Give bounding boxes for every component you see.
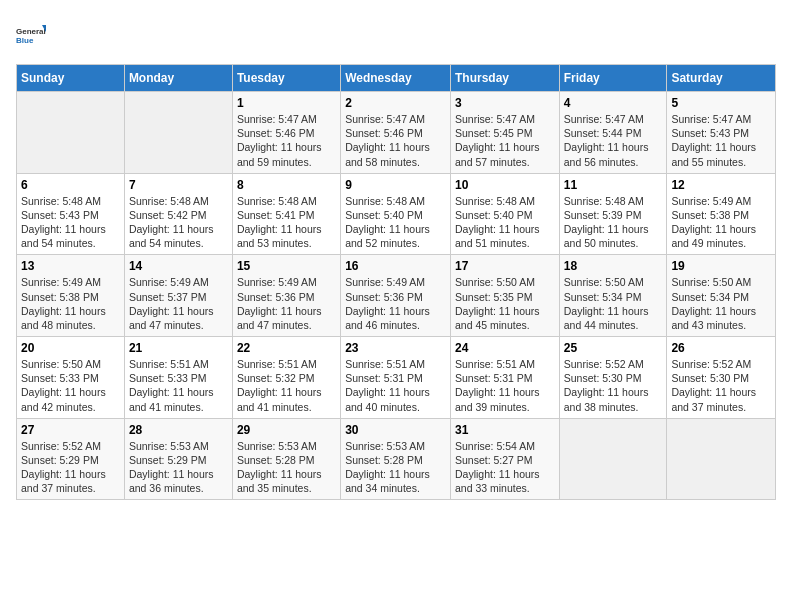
day-number: 27 xyxy=(21,423,120,437)
header-wednesday: Wednesday xyxy=(341,65,451,92)
calendar-cell: 31Sunrise: 5:54 AMSunset: 5:27 PMDayligh… xyxy=(450,418,559,500)
calendar-cell: 10Sunrise: 5:48 AMSunset: 5:40 PMDayligh… xyxy=(450,173,559,255)
calendar-cell: 3Sunrise: 5:47 AMSunset: 5:45 PMDaylight… xyxy=(450,92,559,174)
calendar-cell: 17Sunrise: 5:50 AMSunset: 5:35 PMDayligh… xyxy=(450,255,559,337)
calendar-cell: 28Sunrise: 5:53 AMSunset: 5:29 PMDayligh… xyxy=(124,418,232,500)
day-number: 21 xyxy=(129,341,228,355)
day-number: 26 xyxy=(671,341,771,355)
day-number: 15 xyxy=(237,259,336,273)
calendar-cell: 12Sunrise: 5:49 AMSunset: 5:38 PMDayligh… xyxy=(667,173,776,255)
calendar-cell: 7Sunrise: 5:48 AMSunset: 5:42 PMDaylight… xyxy=(124,173,232,255)
day-number: 3 xyxy=(455,96,555,110)
day-number: 1 xyxy=(237,96,336,110)
day-info: Sunrise: 5:49 AMSunset: 5:38 PMDaylight:… xyxy=(21,275,120,332)
calendar-cell: 23Sunrise: 5:51 AMSunset: 5:31 PMDayligh… xyxy=(341,337,451,419)
header-saturday: Saturday xyxy=(667,65,776,92)
calendar-cell: 2Sunrise: 5:47 AMSunset: 5:46 PMDaylight… xyxy=(341,92,451,174)
calendar-cell: 19Sunrise: 5:50 AMSunset: 5:34 PMDayligh… xyxy=(667,255,776,337)
calendar-week-1: 1Sunrise: 5:47 AMSunset: 5:46 PMDaylight… xyxy=(17,92,776,174)
day-number: 24 xyxy=(455,341,555,355)
header-friday: Friday xyxy=(559,65,667,92)
day-info: Sunrise: 5:49 AMSunset: 5:36 PMDaylight:… xyxy=(237,275,336,332)
day-number: 23 xyxy=(345,341,446,355)
header-tuesday: Tuesday xyxy=(232,65,340,92)
day-info: Sunrise: 5:48 AMSunset: 5:41 PMDaylight:… xyxy=(237,194,336,251)
day-info: Sunrise: 5:54 AMSunset: 5:27 PMDaylight:… xyxy=(455,439,555,496)
header-sunday: Sunday xyxy=(17,65,125,92)
day-info: Sunrise: 5:48 AMSunset: 5:40 PMDaylight:… xyxy=(455,194,555,251)
calendar-cell: 5Sunrise: 5:47 AMSunset: 5:43 PMDaylight… xyxy=(667,92,776,174)
day-info: Sunrise: 5:52 AMSunset: 5:29 PMDaylight:… xyxy=(21,439,120,496)
day-info: Sunrise: 5:50 AMSunset: 5:35 PMDaylight:… xyxy=(455,275,555,332)
calendar-cell: 14Sunrise: 5:49 AMSunset: 5:37 PMDayligh… xyxy=(124,255,232,337)
day-number: 9 xyxy=(345,178,446,192)
day-info: Sunrise: 5:48 AMSunset: 5:43 PMDaylight:… xyxy=(21,194,120,251)
svg-text:General: General xyxy=(16,27,46,36)
calendar-week-4: 20Sunrise: 5:50 AMSunset: 5:33 PMDayligh… xyxy=(17,337,776,419)
day-info: Sunrise: 5:48 AMSunset: 5:42 PMDaylight:… xyxy=(129,194,228,251)
calendar-cell: 22Sunrise: 5:51 AMSunset: 5:32 PMDayligh… xyxy=(232,337,340,419)
page-header: General Blue xyxy=(16,16,776,54)
day-info: Sunrise: 5:47 AMSunset: 5:46 PMDaylight:… xyxy=(345,112,446,169)
day-number: 5 xyxy=(671,96,771,110)
calendar-cell xyxy=(667,418,776,500)
day-number: 13 xyxy=(21,259,120,273)
calendar-cell: 16Sunrise: 5:49 AMSunset: 5:36 PMDayligh… xyxy=(341,255,451,337)
day-number: 16 xyxy=(345,259,446,273)
calendar-cell xyxy=(124,92,232,174)
header-thursday: Thursday xyxy=(450,65,559,92)
day-number: 28 xyxy=(129,423,228,437)
calendar-cell xyxy=(17,92,125,174)
calendar-cell: 6Sunrise: 5:48 AMSunset: 5:43 PMDaylight… xyxy=(17,173,125,255)
calendar-cell: 20Sunrise: 5:50 AMSunset: 5:33 PMDayligh… xyxy=(17,337,125,419)
day-info: Sunrise: 5:47 AMSunset: 5:46 PMDaylight:… xyxy=(237,112,336,169)
day-info: Sunrise: 5:51 AMSunset: 5:32 PMDaylight:… xyxy=(237,357,336,414)
day-info: Sunrise: 5:47 AMSunset: 5:43 PMDaylight:… xyxy=(671,112,771,169)
day-number: 20 xyxy=(21,341,120,355)
calendar-week-5: 27Sunrise: 5:52 AMSunset: 5:29 PMDayligh… xyxy=(17,418,776,500)
day-number: 4 xyxy=(564,96,663,110)
day-number: 18 xyxy=(564,259,663,273)
day-info: Sunrise: 5:53 AMSunset: 5:28 PMDaylight:… xyxy=(237,439,336,496)
day-number: 30 xyxy=(345,423,446,437)
day-number: 22 xyxy=(237,341,336,355)
day-number: 29 xyxy=(237,423,336,437)
day-info: Sunrise: 5:50 AMSunset: 5:34 PMDaylight:… xyxy=(564,275,663,332)
day-info: Sunrise: 5:47 AMSunset: 5:44 PMDaylight:… xyxy=(564,112,663,169)
day-info: Sunrise: 5:49 AMSunset: 5:37 PMDaylight:… xyxy=(129,275,228,332)
calendar-week-3: 13Sunrise: 5:49 AMSunset: 5:38 PMDayligh… xyxy=(17,255,776,337)
calendar-week-2: 6Sunrise: 5:48 AMSunset: 5:43 PMDaylight… xyxy=(17,173,776,255)
day-number: 11 xyxy=(564,178,663,192)
day-number: 10 xyxy=(455,178,555,192)
day-info: Sunrise: 5:50 AMSunset: 5:33 PMDaylight:… xyxy=(21,357,120,414)
day-info: Sunrise: 5:48 AMSunset: 5:40 PMDaylight:… xyxy=(345,194,446,251)
day-info: Sunrise: 5:48 AMSunset: 5:39 PMDaylight:… xyxy=(564,194,663,251)
calendar-cell: 9Sunrise: 5:48 AMSunset: 5:40 PMDaylight… xyxy=(341,173,451,255)
calendar-cell: 15Sunrise: 5:49 AMSunset: 5:36 PMDayligh… xyxy=(232,255,340,337)
day-info: Sunrise: 5:51 AMSunset: 5:31 PMDaylight:… xyxy=(455,357,555,414)
day-info: Sunrise: 5:51 AMSunset: 5:31 PMDaylight:… xyxy=(345,357,446,414)
day-info: Sunrise: 5:52 AMSunset: 5:30 PMDaylight:… xyxy=(564,357,663,414)
day-info: Sunrise: 5:49 AMSunset: 5:38 PMDaylight:… xyxy=(671,194,771,251)
calendar-cell: 13Sunrise: 5:49 AMSunset: 5:38 PMDayligh… xyxy=(17,255,125,337)
calendar-cell: 8Sunrise: 5:48 AMSunset: 5:41 PMDaylight… xyxy=(232,173,340,255)
day-info: Sunrise: 5:47 AMSunset: 5:45 PMDaylight:… xyxy=(455,112,555,169)
calendar-cell: 30Sunrise: 5:53 AMSunset: 5:28 PMDayligh… xyxy=(341,418,451,500)
day-number: 2 xyxy=(345,96,446,110)
header-monday: Monday xyxy=(124,65,232,92)
logo: General Blue xyxy=(16,16,46,54)
day-info: Sunrise: 5:49 AMSunset: 5:36 PMDaylight:… xyxy=(345,275,446,332)
calendar-cell: 26Sunrise: 5:52 AMSunset: 5:30 PMDayligh… xyxy=(667,337,776,419)
calendar-table: SundayMondayTuesdayWednesdayThursdayFrid… xyxy=(16,64,776,500)
calendar-cell: 25Sunrise: 5:52 AMSunset: 5:30 PMDayligh… xyxy=(559,337,667,419)
day-number: 17 xyxy=(455,259,555,273)
logo-svg: General Blue xyxy=(16,16,46,54)
day-number: 25 xyxy=(564,341,663,355)
calendar-cell: 18Sunrise: 5:50 AMSunset: 5:34 PMDayligh… xyxy=(559,255,667,337)
calendar-cell: 21Sunrise: 5:51 AMSunset: 5:33 PMDayligh… xyxy=(124,337,232,419)
calendar-header-row: SundayMondayTuesdayWednesdayThursdayFrid… xyxy=(17,65,776,92)
day-number: 14 xyxy=(129,259,228,273)
day-info: Sunrise: 5:52 AMSunset: 5:30 PMDaylight:… xyxy=(671,357,771,414)
calendar-cell: 1Sunrise: 5:47 AMSunset: 5:46 PMDaylight… xyxy=(232,92,340,174)
calendar-cell: 11Sunrise: 5:48 AMSunset: 5:39 PMDayligh… xyxy=(559,173,667,255)
